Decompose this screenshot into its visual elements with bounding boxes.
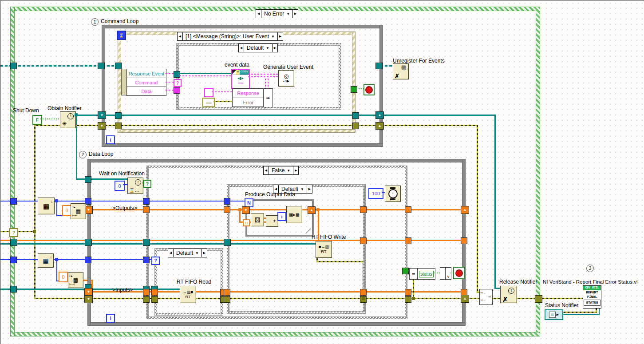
error-wire[interactable]: [413, 279, 414, 299]
error-wire[interactable]: [316, 261, 364, 262]
string-wire[interactable]: [166, 82, 174, 83]
notifier-refnum-wire[interactable]: [561, 314, 600, 315]
initialize-array-node[interactable]: □▸ ▦ ⊢⊣: [68, 272, 83, 288]
case-selector-terminal[interactable]: ?: [143, 180, 151, 188]
tunnel[interactable]: [151, 289, 158, 296]
boolean-wire[interactable]: [435, 273, 440, 273]
error-wire[interactable]: [34, 298, 87, 299]
numeric-wire[interactable]: [123, 184, 127, 185]
report-final-status-vi-icon[interactable]: CDV UTIL REPORT FINAL STATUS: [583, 285, 601, 308]
tunnel[interactable]: [115, 112, 122, 119]
numeric-wire[interactable]: [382, 192, 385, 193]
tunnel[interactable]: [10, 63, 17, 69]
case-selector-default[interactable]: ◀ Default▼ ▶: [168, 249, 207, 257]
tunnel[interactable]: [224, 296, 230, 303]
tunnel[interactable]: [151, 296, 158, 303]
tunnel[interactable]: [405, 206, 411, 213]
random-number-node[interactable]: ⚄: [251, 213, 264, 226]
shift-register-right[interactable]: ▲: [375, 122, 384, 130]
previous-case-icon[interactable]: ◀: [239, 44, 244, 52]
case-selector-false[interactable]: ◀ False▼ ▶: [263, 166, 299, 175]
initialize-array-node[interactable]: □▸ ▦ ⊢⊣: [71, 203, 86, 219]
unbundle-status-node[interactable]: ➡ status: [409, 268, 435, 280]
shift-register-left[interactable]: ▼: [98, 111, 106, 119]
event-wire[interactable]: [268, 77, 269, 90]
iteration-terminal[interactable]: i: [106, 314, 115, 323]
tunnel[interactable]: [143, 206, 150, 213]
cdev-vi-icon[interactable]: VI CDEV ◂▮▸ ▭▭: [231, 69, 250, 89]
tunnel[interactable]: [10, 239, 17, 246]
obtain-notifier-node[interactable]: ! ✳: [60, 111, 76, 128]
shift-register-left[interactable]: ▼: [242, 206, 250, 214]
case-selector-no-error[interactable]: ◀ No Error▼ ▶: [256, 9, 298, 18]
array-size-node[interactable]: ▦ ↓: [38, 198, 55, 214]
string-wire[interactable]: [212, 91, 232, 92]
cluster-field-response-event[interactable]: Response Event: [127, 69, 166, 78]
error-wire[interactable]: [477, 125, 478, 293]
error-wire[interactable]: [34, 126, 36, 299]
dropdown-icon[interactable]: ▼: [271, 35, 275, 39]
notifier-wire[interactable]: [494, 288, 501, 289]
next-case-icon[interactable]: ▶: [277, 32, 283, 40]
loop-stop-terminal[interactable]: [363, 84, 375, 95]
zero-constant[interactable]: 0: [62, 205, 71, 216]
add-node[interactable]: +: [266, 215, 278, 227]
bundle-field-error[interactable]: Error: [233, 98, 264, 107]
cluster-field-data[interactable]: Data: [127, 87, 166, 95]
error-wire[interactable]: [213, 101, 232, 102]
tunnel[interactable]: [461, 237, 467, 244]
replace-array-subset-node[interactable]: ▦▸▦: [286, 206, 302, 223]
tunnel[interactable]: [375, 63, 383, 69]
wait-ms-constant[interactable]: 100: [368, 188, 383, 199]
next-case-icon[interactable]: ▶: [292, 10, 298, 18]
false-constant[interactable]: F: [32, 115, 42, 125]
tunnel[interactable]: [85, 239, 92, 246]
tunnel[interactable]: [85, 257, 91, 263]
boolean-wire[interactable]: [40, 119, 60, 119]
shift-register-right[interactable]: ▲: [461, 295, 469, 303]
iteration-terminal[interactable]: i: [277, 212, 286, 221]
tunnel[interactable]: [224, 206, 230, 213]
case-selector-default[interactable]: ◀ Default▼ ▶: [238, 43, 278, 52]
tunnel[interactable]: [143, 257, 150, 263]
wait-ms-node[interactable]: ↓: [385, 186, 401, 202]
tunnel[interactable]: [224, 198, 230, 205]
rt-fifo-write-node[interactable]: ■→▥ RT: [316, 241, 332, 258]
error-wire[interactable]: [516, 298, 583, 299]
previous-case-icon[interactable]: ◀: [256, 10, 261, 18]
case-selector-terminal[interactable]: ?: [151, 257, 160, 265]
stop-wire[interactable]: [356, 88, 364, 89]
tunnel[interactable]: [174, 87, 180, 94]
tunnel[interactable]: [98, 63, 105, 69]
inputs-wire[interactable]: [83, 280, 92, 281]
next-case-icon[interactable]: ▶: [307, 185, 312, 193]
question-tunnel[interactable]: ?: [174, 79, 182, 87]
next-case-icon[interactable]: ▶: [272, 44, 277, 52]
loop-count-terminal[interactable]: N: [245, 198, 253, 207]
fifo-wire[interactable]: [0, 240, 463, 241]
boolean-tunnel[interactable]: [351, 86, 357, 93]
tunnel[interactable]: [143, 296, 150, 303]
outputs-wire[interactable]: [314, 209, 462, 210]
array-size-node[interactable]: ▦ ↓: [38, 253, 54, 268]
tunnel[interactable]: [143, 239, 150, 246]
string-wire[interactable]: [179, 75, 232, 76]
tunnel[interactable]: [405, 289, 411, 296]
tunnel[interactable]: [352, 123, 359, 129]
string-wire[interactable]: [166, 90, 174, 91]
tunnel[interactable]: [143, 198, 150, 205]
notifier-wire[interactable]: [383, 115, 495, 116]
tunnel[interactable]: [360, 206, 367, 213]
shift-register-right[interactable]: ▲: [308, 206, 316, 214]
error-wire[interactable]: [34, 125, 61, 126]
shift-register-left[interactable]: ▼: [98, 122, 106, 130]
previous-case-icon[interactable]: ◀: [178, 32, 183, 40]
bundle-field-response[interactable]: Response: [233, 89, 264, 98]
tunnel[interactable]: [224, 289, 230, 296]
event-selector[interactable]: ◀ [1] <Message (String)>: User Event▼ ▶: [177, 32, 283, 41]
bundle-by-name-node[interactable]: Response Error: [232, 88, 264, 107]
notifier-wire[interactable]: [494, 115, 496, 289]
tunnel[interactable]: [405, 237, 411, 244]
tunnel[interactable]: [352, 112, 359, 119]
tunnel[interactable]: [115, 123, 122, 129]
